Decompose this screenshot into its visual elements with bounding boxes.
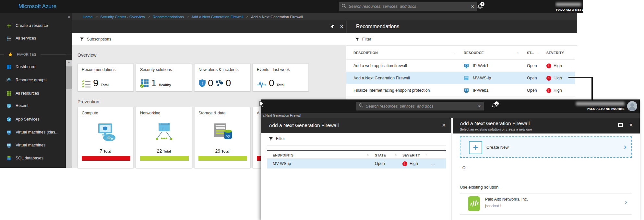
pin-icon[interactable]: [330, 24, 335, 30]
tile-recommendations[interactable]: Recommendations 9 Total: [78, 64, 134, 91]
dashboard-icon: [6, 64, 11, 69]
tile-title: Security solutions: [140, 67, 172, 72]
column-state[interactable]: ST...: [527, 51, 534, 55]
row-context-menu[interactable]: ...: [431, 159, 435, 168]
avatar[interactable]: [627, 101, 637, 112]
grid-check-icon: [140, 79, 149, 88]
row-severity: !High: [546, 84, 562, 97]
column-resource[interactable]: RESOURCE: [464, 51, 484, 55]
storage-icon: SQL: [212, 123, 233, 141]
sort-icon[interactable]: ↑↓: [395, 153, 396, 156]
subscriptions-filter-bar[interactable]: Subscriptions: [72, 33, 346, 45]
breadcrumb-recommendations[interactable]: Recommendations: [153, 15, 184, 19]
notifications-button[interactable]: 2: [473, 0, 486, 13]
tile-value: 9: [93, 78, 99, 88]
sidebar-item-all-services[interactable]: All services: [0, 33, 66, 43]
tile-compute[interactable]: Compute ⚙ ⚙ 7 Total: [78, 107, 134, 168]
column-severity[interactable]: SEVERITY: [546, 51, 564, 55]
account-menu[interactable]: PALO ALTO NETWORKS: [555, 0, 583, 13]
sort-icon[interactable]: ↑↓: [367, 153, 368, 156]
tile-value: 1: [151, 78, 157, 88]
close-icon[interactable]: ✕: [442, 123, 446, 128]
breadcrumb-add-ngf[interactable]: Add a Next Generation Firewall: [192, 15, 244, 19]
scrollbar-up-arrow[interactable]: ▲: [66, 61, 72, 64]
tile-networking[interactable]: Networking ... 22 Total: [136, 107, 192, 168]
breadcrumb-partial-label: a Next Generation Firewall: [263, 114, 301, 117]
column-description[interactable]: DESCRIPTION: [353, 51, 378, 55]
compute-icon: ⚙ ⚙: [95, 123, 116, 142]
close-icon[interactable]: ✕: [340, 24, 344, 29]
close-icon[interactable]: ✕: [629, 122, 633, 128]
svg-text:...: ...: [161, 126, 164, 130]
severity-high-icon: !: [546, 76, 551, 81]
table-row[interactable]: Add a web application firewall IP-Web1 O…: [346, 59, 575, 72]
solution-blade-title: Add a Next Generation Firewall: [460, 121, 530, 126]
sidebar-item-sql-databases[interactable]: SQL SQL databases: [0, 153, 66, 163]
resource-vm-icon: [464, 84, 469, 97]
sidebar-item-virtual-machines-classic[interactable]: Virtual machines (clas...: [0, 127, 66, 137]
tile-count: 22 Total: [136, 148, 192, 154]
sidebar-item-resource-groups[interactable]: Resource groups: [0, 75, 66, 85]
severity-high-icon: !: [546, 88, 551, 93]
create-new-button[interactable]: + Create New ›: [460, 136, 632, 158]
column-state[interactable]: STATE: [375, 153, 386, 157]
severity-high-icon: !: [402, 161, 407, 166]
account-menu[interactable]: PALO ALTO NETWORKS: [575, 99, 626, 113]
scrollbar-track[interactable]: ▲: [66, 60, 72, 168]
sidebar-item-all-resources[interactable]: All resources: [0, 88, 66, 98]
tile-security-solutions[interactable]: Security solutions 1 Healthy: [136, 64, 192, 91]
row-resource: IP-Web1: [473, 60, 488, 72]
table-row-selected[interactable]: Add a Next Generation Firewall ... MV-WS…: [346, 72, 575, 84]
breadcrumb-home[interactable]: Home: [83, 15, 93, 19]
resource-appliance-icon: ...: [464, 72, 469, 84]
azure-logo[interactable]: Microsoft Azure: [18, 0, 56, 13]
tile-count: 7 Total: [78, 148, 133, 154]
blade-divider: [451, 118, 452, 220]
sidebar-item-label: All services: [16, 36, 36, 41]
sidebar-item-label: Resource groups: [16, 78, 46, 82]
tile-events-last-week[interactable]: Events - last week 0 Total: [253, 64, 309, 91]
tile-new-alerts-incidents[interactable]: New alerts & incidents ! 0 0: [194, 64, 250, 91]
row-resource: IP-Web1: [473, 84, 488, 97]
sidebar-item-label: All resources: [16, 91, 39, 96]
sidebar-item-recent[interactable]: Recent: [0, 101, 66, 110]
sort-icon[interactable]: ↑↓: [453, 51, 455, 54]
solution-blade-header: Add a Next Generation Firewall Select an…: [453, 118, 640, 133]
search-input[interactable]: Search resources, services, and docs ✕: [356, 102, 484, 110]
row-severity: !High: [546, 72, 562, 84]
sort-icon[interactable]: ↑↓: [425, 153, 427, 156]
filter-label: Filter: [362, 37, 371, 41]
sort-icon[interactable]: ↑↓: [537, 51, 539, 54]
sidebar-collapse-icon[interactable]: «: [66, 14, 72, 19]
sidebar-item-create-a-resource[interactable]: Create a resource: [0, 21, 66, 30]
monitor-icon: [6, 130, 11, 135]
row-endpoint: MV-WS-ip: [273, 159, 291, 168]
existing-solution-row[interactable]: Palo Alto Networks, Inc. jsascbnd1 ›: [460, 193, 632, 214]
checklist-icon: [82, 79, 91, 88]
search-clear-icon[interactable]: ✕: [478, 104, 481, 109]
breadcrumb-security-center[interactable]: Security Center - Overview: [101, 15, 145, 19]
table-top-border: [267, 150, 446, 151]
endpoints-filter-bar[interactable]: Filter: [269, 136, 285, 141]
sidebar-item-dashboard[interactable]: Dashboard: [0, 62, 66, 72]
sidebar-item-app-services[interactable]: App Services: [0, 114, 66, 124]
search-input[interactable]: Search resources, services, and docs ✕: [339, 2, 477, 11]
window1-topbar: Microsoft Azure Search resources, servic…: [0, 0, 583, 13]
plus-icon: +: [469, 141, 482, 154]
column-severity[interactable]: SEVERITY: [402, 153, 420, 157]
scrollbar-thumb[interactable]: [66, 66, 72, 89]
endpoint-row-selected[interactable]: MV-WS-ip Open !High ...: [267, 159, 446, 168]
tile-value: 0: [269, 78, 274, 88]
notifications-button[interactable]: 2: [488, 99, 501, 112]
recommendations-blade-body: Filter DESCRIPTION ↑↓ RESOURCE ↑↓ ST... …: [346, 33, 577, 99]
tile-value2: 0: [226, 78, 231, 88]
sort-icon[interactable]: ↑↓: [517, 51, 518, 54]
maximize-icon[interactable]: [618, 123, 623, 127]
window2-breadcrumb: a Next Generation Firewall: [261, 113, 640, 118]
tile-storage-data[interactable]: Storage & data SQL 29 Total: [194, 107, 250, 168]
or-separator-label: - Or -: [460, 166, 469, 170]
table-row[interactable]: Finalize Internet facing endpoint protec…: [346, 84, 575, 97]
sidebar-item-virtual-machines[interactable]: Virtual machines: [0, 140, 66, 150]
column-endpoints[interactable]: ENDPOINTS: [273, 153, 293, 157]
recommendations-filter-bar[interactable]: Filter: [346, 33, 577, 46]
